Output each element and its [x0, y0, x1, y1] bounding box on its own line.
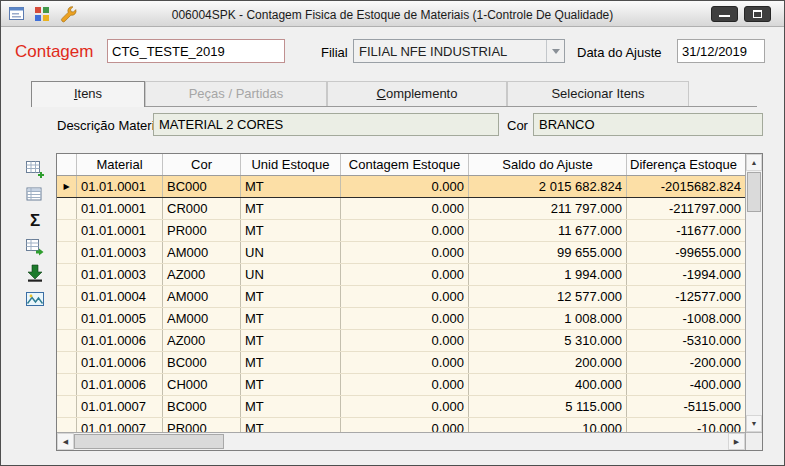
records-icon[interactable]: [25, 185, 45, 205]
wrench-icon[interactable]: [60, 5, 78, 23]
table-row[interactable]: 01.01.0006BC000MT0.000200.000-200.000: [57, 352, 745, 374]
grid-cell[interactable]: MT: [241, 352, 341, 373]
grid-cell[interactable]: -400.000: [627, 374, 745, 395]
grid-cell[interactable]: 0.000: [341, 198, 469, 219]
grid-cell[interactable]: 01.01.0006: [77, 352, 163, 373]
column-header-cor[interactable]: Cor: [163, 154, 241, 175]
grid-cell[interactable]: 1 008.000: [469, 308, 627, 329]
grid-cell[interactable]: 10.000: [469, 418, 627, 432]
grid-cell[interactable]: 01.01.0001: [77, 220, 163, 241]
grid-cell[interactable]: MT: [241, 220, 341, 241]
grid-cell[interactable]: -5115.000: [627, 396, 745, 417]
grid-cell[interactable]: AM000: [163, 308, 241, 329]
grid-cell[interactable]: -211797.000: [627, 198, 745, 219]
grid-cell[interactable]: 0.000: [341, 330, 469, 351]
grid-cell[interactable]: UN: [241, 264, 341, 285]
vertical-scrollbar[interactable]: ▲ ▼: [745, 154, 762, 450]
grid-cell[interactable]: 0.000: [341, 418, 469, 432]
grid-cell[interactable]: -2015682.824: [627, 176, 745, 197]
grid-cell[interactable]: PR000: [163, 418, 241, 432]
maximize-button[interactable]: [744, 6, 771, 22]
grid-cell[interactable]: MT: [241, 198, 341, 219]
grid-cell[interactable]: 12 577.000: [469, 286, 627, 307]
scroll-down-icon[interactable]: ▼: [746, 415, 762, 432]
grid-cell[interactable]: 01.01.0006: [77, 330, 163, 351]
grid-cell[interactable]: 01.01.0001: [77, 198, 163, 219]
table-row[interactable]: 01.01.0001PR000MT0.00011 677.000-11677.0…: [57, 220, 745, 242]
grid-cell[interactable]: MT: [241, 176, 341, 197]
grid-cell[interactable]: CH000: [163, 374, 241, 395]
grid-cell[interactable]: 0.000: [341, 308, 469, 329]
scroll-up-icon[interactable]: ▲: [746, 154, 762, 171]
grid-cell[interactable]: 01.01.0003: [77, 242, 163, 263]
grid-cell[interactable]: 1 994.000: [469, 264, 627, 285]
grid-cell[interactable]: 0.000: [341, 352, 469, 373]
grid-cell[interactable]: 200.000: [469, 352, 627, 373]
hscroll-thumb[interactable]: [74, 434, 224, 449]
grid-cell[interactable]: -5310.000: [627, 330, 745, 351]
grid-cell[interactable]: 400.000: [469, 374, 627, 395]
tab-itens[interactable]: Itens: [31, 81, 145, 107]
grid-cell[interactable]: PR000: [163, 220, 241, 241]
contagem-input[interactable]: [107, 39, 285, 63]
vscroll-thumb[interactable]: [747, 172, 761, 212]
grid-cell[interactable]: 211 797.000: [469, 198, 627, 219]
grid-cell[interactable]: -99655.000: [627, 242, 745, 263]
table-row[interactable]: ▶01.01.0001BC000MT0.0002 015 682.824-201…: [57, 176, 745, 198]
scroll-right-icon[interactable]: ▶: [728, 433, 745, 450]
grid-cell[interactable]: 0.000: [341, 286, 469, 307]
horizontal-scrollbar[interactable]: ◀ ▶: [57, 432, 745, 450]
chevron-down-icon[interactable]: [546, 40, 564, 62]
table-row[interactable]: 01.01.0004AM000MT0.00012 577.000-12577.0…: [57, 286, 745, 308]
table-row[interactable]: 01.01.0003AZ000UN0.0001 994.000-1994.000: [57, 264, 745, 286]
grid-cell[interactable]: AZ000: [163, 330, 241, 351]
column-header-diferenca-estoque[interactable]: Diferença Estoque: [627, 154, 745, 175]
column-header-unid-estoque[interactable]: Unid Estoque: [241, 154, 341, 175]
tab-complemento[interactable]: Complemento: [327, 81, 507, 106]
grid-cell[interactable]: 0.000: [341, 374, 469, 395]
table-row[interactable]: 01.01.0001CR000MT0.000211 797.000-211797…: [57, 198, 745, 220]
grid-cell[interactable]: MT: [241, 308, 341, 329]
hscroll-track[interactable]: [224, 433, 728, 450]
grid-cell[interactable]: MT: [241, 396, 341, 417]
grid-cell[interactable]: MT: [241, 286, 341, 307]
table-row[interactable]: 01.01.0006AZ000MT0.0005 310.000-5310.000: [57, 330, 745, 352]
grid-cell[interactable]: MT: [241, 418, 341, 432]
image-icon[interactable]: [25, 289, 45, 309]
grid-cell[interactable]: 01.01.0003: [77, 264, 163, 285]
table-row[interactable]: 01.01.0006CH000MT0.000400.000-400.000: [57, 374, 745, 396]
grid-cell[interactable]: 01.01.0007: [77, 396, 163, 417]
grid-cell[interactable]: -200.000: [627, 352, 745, 373]
grid-cell[interactable]: BC000: [163, 352, 241, 373]
grid-cell[interactable]: 01.01.0006: [77, 374, 163, 395]
grid-cell[interactable]: AZ000: [163, 264, 241, 285]
grid-cell[interactable]: 0.000: [341, 242, 469, 263]
grid-cell[interactable]: 2 015 682.824: [469, 176, 627, 197]
grid-cell[interactable]: CR000: [163, 198, 241, 219]
table-row[interactable]: 01.01.0007BC000MT0.0005 115.000-5115.000: [57, 396, 745, 418]
scroll-left-icon[interactable]: ◀: [57, 433, 74, 450]
filial-select[interactable]: FILIAL NFE INDUSTRIAL: [353, 39, 565, 63]
go-to-last-icon[interactable]: [25, 263, 45, 283]
grid-cell[interactable]: MT: [241, 330, 341, 351]
table-row[interactable]: 01.01.0007PR000MT0.00010.000-10.000: [57, 418, 745, 432]
grid-cell[interactable]: 01.01.0004: [77, 286, 163, 307]
grid-cell[interactable]: 99 655.000: [469, 242, 627, 263]
column-header-contagem-estoque[interactable]: Contagem Estoque: [341, 154, 469, 175]
export-grid-icon[interactable]: [25, 237, 45, 257]
form-icon[interactable]: [8, 5, 26, 23]
modules-icon[interactable]: [33, 5, 51, 23]
grid-cell[interactable]: 01.01.0007: [77, 418, 163, 432]
grid-cell[interactable]: -12577.000: [627, 286, 745, 307]
grid-cell[interactable]: 0.000: [341, 176, 469, 197]
table-row[interactable]: 01.01.0005AM000MT0.0001 008.000-1008.000: [57, 308, 745, 330]
minimize-button[interactable]: [711, 6, 738, 22]
grid-cell[interactable]: UN: [241, 242, 341, 263]
grid-cell[interactable]: -10.000: [627, 418, 745, 432]
table-row[interactable]: 01.01.0003AM000UN0.00099 655.000-99655.0…: [57, 242, 745, 264]
sum-icon[interactable]: Σ: [25, 211, 45, 231]
vscroll-track[interactable]: [746, 171, 762, 415]
grid-cell[interactable]: 0.000: [341, 220, 469, 241]
column-header-saldo-do-ajuste[interactable]: Saldo do Ajuste: [469, 154, 627, 175]
grid-cell[interactable]: 01.01.0005: [77, 308, 163, 329]
